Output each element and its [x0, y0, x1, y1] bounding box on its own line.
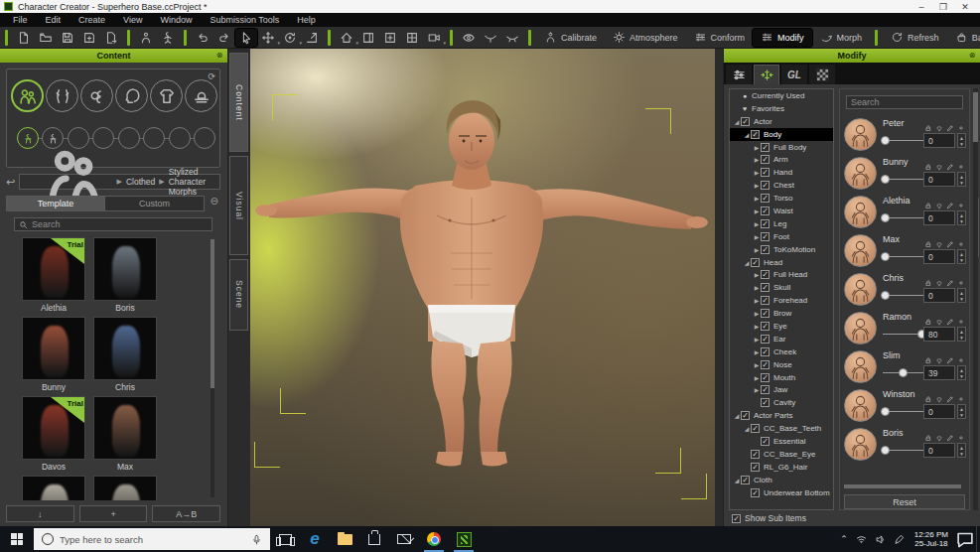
calibrate-button[interactable]: Calibrate	[536, 29, 605, 47]
tree-checkbox[interactable]: ✓	[761, 143, 770, 152]
refresh-button[interactable]: Refresh	[883, 29, 947, 47]
tree-item-forehead[interactable]: ▶✓Forehead	[730, 294, 833, 307]
value-spinner[interactable]: ▲▼	[957, 249, 966, 264]
save-project-button[interactable]	[78, 29, 100, 47]
collapse-icon[interactable]: ⊖	[210, 196, 218, 207]
expand-icon[interactable]: ▶	[753, 182, 761, 189]
template-thumbnail[interactable]: Trial	[22, 396, 85, 460]
expand-icon[interactable]: ◢	[743, 425, 751, 432]
template-item-alethia[interactable]: TrialAlethia	[22, 237, 85, 313]
tree-checkbox[interactable]: ✓	[751, 488, 760, 497]
action-center-icon[interactable]	[954, 526, 976, 552]
category-head-profile[interactable]	[115, 79, 148, 112]
rotate-button[interactable]: ▾	[279, 29, 301, 47]
tree-checkbox[interactable]: ✓	[761, 168, 770, 177]
grid-scrollbar[interactable]	[210, 239, 214, 497]
morph-avatar[interactable]	[844, 428, 877, 461]
expand-icon[interactable]: ▶	[753, 195, 761, 202]
tree-item-arm[interactable]: ▶✓Arm	[730, 153, 833, 166]
tab-morph[interactable]	[754, 65, 779, 84]
tree-checkbox[interactable]: ✓	[761, 373, 770, 382]
slider-thumb[interactable]	[881, 175, 890, 184]
morph-avatar[interactable]	[844, 234, 877, 267]
subcategory-empty[interactable]	[118, 127, 140, 149]
morph-avatar[interactable]	[844, 350, 877, 383]
tree-checkbox[interactable]: ✓	[741, 117, 750, 126]
menu-item[interactable]: View	[114, 13, 151, 27]
tree-item-underwear-bottom[interactable]: ✓Underwear Bottom	[730, 486, 833, 499]
tree-item-cc-base-teeth[interactable]: ◢✓CC_Base_Teeth	[730, 422, 833, 435]
breadcrumb-root[interactable]: Clothed	[126, 177, 155, 187]
slider-value-input[interactable]: 39	[923, 365, 955, 380]
template-item[interactable]	[22, 476, 85, 500]
slider-thumb[interactable]	[881, 446, 890, 455]
tree-item-actor-parts[interactable]: ◢✓Actor Parts	[730, 409, 833, 422]
category-hat[interactable]	[185, 79, 217, 112]
slider-value-input[interactable]: 0	[923, 133, 955, 148]
tree-checkbox[interactable]: ✓	[761, 360, 770, 369]
tree-item-foot[interactable]: ▶✓Foot	[730, 230, 833, 243]
morph-avatar[interactable]	[844, 118, 877, 151]
tree-item-brow[interactable]: ▶✓Brow	[730, 307, 833, 320]
value-spinner[interactable]: ▲▼	[957, 365, 966, 380]
value-spinner[interactable]: ▲▼	[957, 404, 966, 419]
menu-item[interactable]: Help	[288, 13, 325, 27]
morph-button[interactable]: Morph	[812, 29, 871, 47]
conform-button[interactable]: Conform	[686, 29, 754, 47]
template-thumbnail[interactable]	[93, 396, 157, 460]
tree-item-essential[interactable]: ✓Essential	[730, 435, 833, 448]
expand-icon[interactable]: ◢	[733, 412, 741, 419]
category-clothing[interactable]	[150, 79, 183, 112]
subcategory-empty[interactable]	[194, 127, 215, 149]
modify-panel-close-icon[interactable]: ⊗	[967, 51, 977, 61]
template-item[interactable]	[93, 476, 157, 500]
tree-item-cheek[interactable]: ▶✓Cheek	[730, 345, 833, 358]
menu-item[interactable]: Edit	[37, 13, 70, 27]
clock[interactable]: 12:26 PM 25-Jul-18	[909, 530, 954, 548]
reset-button[interactable]: Reset	[844, 494, 965, 509]
export-button[interactable]	[100, 29, 122, 47]
morph-search-input[interactable]: Search	[846, 95, 963, 109]
tree-checkbox[interactable]: ✓	[761, 398, 770, 407]
template-thumbnail[interactable]	[22, 317, 85, 380]
modify-scrollbar[interactable]	[973, 88, 978, 510]
move-button[interactable]: ▾	[257, 29, 279, 47]
expand-icon[interactable]: ▶	[753, 348, 761, 355]
subcategory-empty[interactable]	[143, 127, 165, 149]
expand-icon[interactable]: ▶	[753, 310, 761, 317]
tree-checkbox[interactable]: ✓	[761, 207, 770, 215]
show-desktop-button[interactable]	[976, 526, 980, 552]
cursor-button[interactable]	[235, 29, 257, 47]
taskbar-mail[interactable]	[391, 526, 417, 552]
taskbar-file-explorer[interactable]	[332, 526, 357, 552]
value-spinner[interactable]: ▲▼	[957, 443, 966, 458]
tree-checkbox[interactable]: ✓	[761, 296, 770, 305]
pen-icon[interactable]	[890, 534, 909, 545]
template-item-davos[interactable]: TrialDavos	[22, 396, 85, 472]
back-icon[interactable]: ↩	[6, 176, 15, 189]
minimize-button[interactable]: –	[910, 1, 932, 12]
slider-value-input[interactable]: 0	[923, 288, 955, 303]
panel-grid-button[interactable]	[401, 29, 423, 47]
expand-icon[interactable]: ▶	[753, 220, 761, 227]
tree-item-full-body[interactable]: ▶✓Full Body	[730, 141, 833, 154]
tree-item-body[interactable]: ◢✓Body	[730, 128, 833, 141]
tree-item-mouth[interactable]: ▶✓Mouth	[730, 371, 833, 384]
menu-item[interactable]: File	[4, 13, 37, 27]
tree-item-cc-base-eye[interactable]: ✓CC_Base_Eye	[730, 448, 833, 461]
tree-checkbox[interactable]: ✓	[761, 309, 770, 318]
tree-item-ear[interactable]: ▶✓Ear	[730, 333, 833, 345]
download-button[interactable]: ↓	[6, 505, 74, 522]
template-thumbnail[interactable]	[93, 237, 157, 301]
tree-checkbox[interactable]: ✓	[751, 424, 760, 433]
calibrate-person-button[interactable]	[135, 29, 157, 47]
slider-value-input[interactable]: 80	[923, 327, 955, 342]
side-tab-content[interactable]: Content	[229, 53, 248, 152]
tree-checkbox[interactable]: ✓	[761, 283, 770, 292]
tree-checkbox[interactable]: ✓	[741, 411, 750, 420]
tree-item-nose[interactable]: ▶✓Nose	[730, 358, 833, 371]
morph-avatar[interactable]	[844, 157, 877, 190]
breadcrumb-leaf[interactable]: Stylized Character Morphs	[169, 167, 214, 197]
side-tab-scene[interactable]: Scene	[229, 259, 248, 331]
home-button[interactable]: ▾	[336, 29, 357, 47]
